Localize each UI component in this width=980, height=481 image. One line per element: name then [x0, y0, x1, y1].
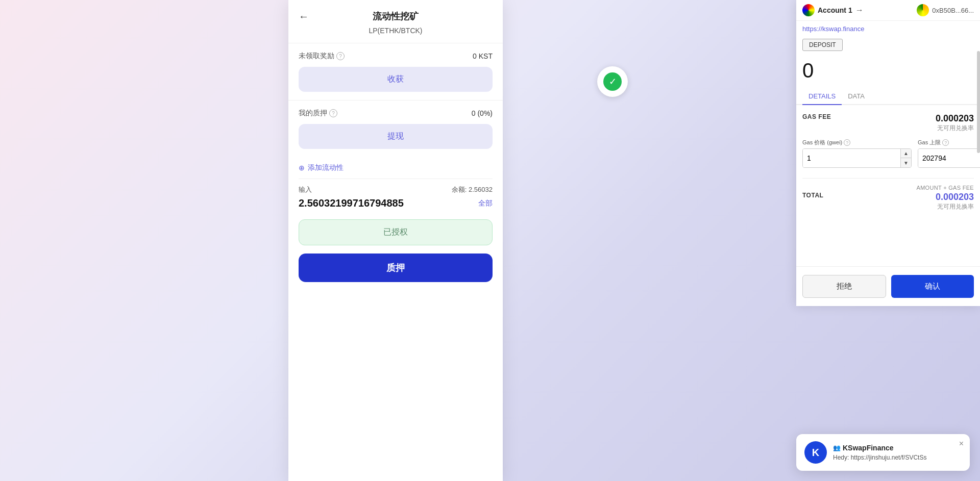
gas-price-info-icon[interactable]: ?: [844, 139, 850, 146]
wallet-tabs: DETAILS DATA: [796, 88, 980, 105]
tab-details[interactable]: DETAILS: [802, 88, 842, 105]
confirm-button[interactable]: 确认: [891, 275, 974, 298]
wallet-account-name: Account 1: [818, 6, 852, 14]
unclaimed-section: 未领取奖励 ? 0 KST 收获: [288, 43, 503, 100]
my-stake-section: 我的质押 ? 0 (0%) 提现: [288, 100, 503, 157]
gas-no-exchange: 无可用兑换率: [936, 124, 974, 133]
total-label: TOTAL: [802, 192, 823, 199]
input-amount-row: 2.56032199716794885 全部: [299, 197, 493, 209]
wallet-avatar: [802, 4, 815, 16]
gas-fee-row: GAS FEE 0.000203 无可用兑换率: [802, 113, 974, 133]
back-button[interactable]: ←: [299, 11, 309, 22]
gas-price-label: Gas 价格 (gwei) ?: [802, 139, 912, 146]
card-subtitle: LP(ETHK/BTCK): [288, 27, 503, 43]
unclaimed-label: 未领取奖励 ?: [299, 52, 345, 61]
input-section: 输入 余额: 2.56032 2.56032199716794885 全部: [288, 179, 503, 215]
harvest-button[interactable]: 收获: [299, 67, 493, 92]
deposit-button[interactable]: DEPOSIT: [802, 39, 843, 51]
notification-people-icon: 👥: [833, 444, 841, 451]
wallet-account-info: Account 1 →: [802, 4, 864, 16]
authorized-section: 已授权: [288, 215, 503, 249]
notification: K 👥 KSwapFinance Hedy: https://jinshuju.…: [796, 434, 970, 471]
gas-limit-label: Gas 上限 ?: [918, 139, 980, 146]
gas-inputs-row: Gas 价格 (gwei) ? ▲ ▼ Gas 上限 ?: [802, 139, 974, 168]
gas-price-input[interactable]: [803, 149, 900, 167]
wallet-header: Account 1 → 0xB50B...66...: [796, 0, 980, 21]
card-header: ← 流动性挖矿: [288, 0, 503, 27]
main-card: ← 流动性挖矿 LP(ETHK/BTCK) 未领取奖励 ? 0 KST 收获 我…: [288, 0, 503, 481]
unclaimed-value: 0 KST: [473, 52, 493, 60]
wallet-url: https://kswap.finance: [796, 21, 980, 37]
my-stake-value: 0 (0%): [472, 109, 493, 117]
gas-price-spinners: ▲ ▼: [900, 149, 911, 167]
tab-data[interactable]: DATA: [842, 88, 871, 105]
notification-logo-k: K: [812, 447, 819, 459]
add-liquidity-link[interactable]: ⊕ 添加流动性: [288, 157, 503, 179]
my-stake-info-icon[interactable]: ?: [329, 109, 337, 117]
plus-icon: ⊕: [299, 164, 305, 172]
gas-price-group: Gas 价格 (gwei) ? ▲ ▼: [802, 139, 912, 168]
wallet-address-avatar: [917, 4, 929, 16]
green-check-overlay: ✓: [597, 66, 628, 97]
card-title: 流动性挖矿: [373, 10, 419, 22]
my-stake-label: 我的质押 ?: [299, 109, 337, 118]
gas-price-up[interactable]: ▲: [901, 149, 911, 158]
amount-gas-section: AMOUNT + GAS FEE TOTAL 0.000203 无可用兑换率: [802, 178, 974, 211]
input-amount: 2.56032199716794885: [299, 197, 404, 209]
gas-limit-input[interactable]: [918, 149, 980, 167]
gas-fee-value-group: 0.000203 无可用兑换率: [936, 113, 974, 133]
gas-fee-label: GAS FEE: [802, 113, 831, 120]
total-value: 0.000203: [936, 192, 974, 202]
notification-app-name: KSwapFinance: [843, 444, 894, 452]
total-no-exchange: 无可用兑换率: [936, 202, 974, 211]
wallet-scrollbar[interactable]: [977, 51, 980, 153]
max-button[interactable]: 全部: [478, 199, 493, 208]
reject-button[interactable]: 拒绝: [802, 275, 886, 298]
wallet-arrow-icon[interactable]: →: [855, 6, 864, 15]
total-row: TOTAL 0.000203 无可用兑换率: [802, 192, 974, 211]
total-value-group: 0.000203 无可用兑换率: [936, 192, 974, 211]
unclaimed-row: 未领取奖励 ? 0 KST: [299, 52, 493, 61]
stake-section: 质押: [288, 249, 503, 290]
my-stake-row: 我的质押 ? 0 (0%): [299, 109, 493, 118]
unclaimed-info-icon[interactable]: ?: [336, 52, 345, 60]
wallet-action-btns: 拒绝 确认: [796, 266, 980, 306]
gas-limit-input-wrapper: ▲ ▼: [918, 148, 980, 168]
add-liquidity-label: 添加流动性: [308, 163, 344, 172]
input-row: 输入 余额: 2.56032: [299, 185, 493, 194]
notification-title-row: 👥 KSwapFinance: [833, 444, 962, 452]
wallet-panel: Account 1 → 0xB50B...66... https://kswap…: [796, 0, 980, 306]
wallet-details: GAS FEE 0.000203 无可用兑换率 Gas 价格 (gwei) ? …: [796, 105, 980, 266]
input-balance: 余额: 2.56032: [452, 185, 493, 194]
amount-gas-label: AMOUNT + GAS FEE: [802, 185, 974, 191]
wallet-address: 0xB50B...66...: [932, 7, 974, 14]
wallet-balance: 0: [796, 53, 980, 84]
withdraw-button[interactable]: 提现: [299, 124, 493, 149]
gas-price-down[interactable]: ▼: [901, 158, 911, 167]
notification-content: 👥 KSwapFinance Hedy: https://jinshuju.ne…: [833, 444, 962, 461]
gas-fee-value: 0.000203: [936, 113, 974, 124]
gas-limit-group: Gas 上限 ? ▲ ▼: [918, 139, 980, 168]
input-label: 输入: [299, 185, 312, 194]
green-check-icon: ✓: [603, 72, 622, 91]
notification-logo: K: [804, 441, 827, 464]
gas-limit-info-icon[interactable]: ?: [942, 139, 949, 146]
authorized-button[interactable]: 已授权: [299, 219, 493, 245]
notification-message: Hedy: https://jinshuju.net/f/SVCtSs: [833, 454, 962, 461]
notification-close-button[interactable]: ×: [959, 439, 964, 448]
stake-button[interactable]: 质押: [299, 254, 493, 282]
wallet-address-info: 0xB50B...66...: [917, 4, 974, 16]
gas-price-input-wrapper: ▲ ▼: [802, 148, 912, 168]
